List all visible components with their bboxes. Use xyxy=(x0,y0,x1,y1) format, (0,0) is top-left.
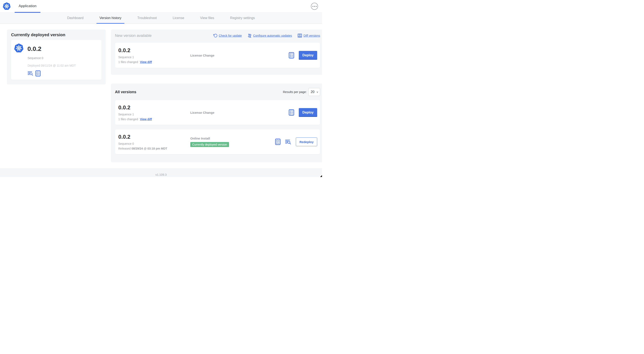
version-source: Online Install xyxy=(190,137,275,140)
version-source: License Change xyxy=(190,54,289,57)
version-sequence: Sequence 1 xyxy=(118,113,190,116)
preflight-checks-icon[interactable] xyxy=(289,109,294,116)
redeploy-button[interactable]: Redeploy xyxy=(296,137,317,146)
cursor-artifact xyxy=(320,175,322,177)
tab-license[interactable]: License xyxy=(170,13,187,24)
app-title-tab[interactable]: Application xyxy=(15,0,40,13)
version-source: License Change xyxy=(190,111,289,114)
ellipsis-icon xyxy=(312,6,314,7)
diff-versions-link[interactable]: Diff versions xyxy=(298,33,320,38)
view-diff-link[interactable]: View diff xyxy=(140,60,152,64)
kubernetes-icon xyxy=(14,43,24,53)
currently-deployed-card: Currently deployed version 0.0.2 Sequenc… xyxy=(7,30,106,84)
currently-deployed-version-card: 0.0.2 Sequence 0 Deployed 09/11/24 @ 11:… xyxy=(11,40,102,80)
deploy-logs-icon[interactable] xyxy=(285,139,291,145)
version-row: 0.0.2 Sequence 1 1 files changedView dif… xyxy=(115,100,320,125)
kubernetes-icon xyxy=(2,2,11,11)
version-sequence: Sequence 0 xyxy=(118,142,190,145)
tab-troubleshoot[interactable]: Troubleshoot xyxy=(134,13,160,24)
new-version-row: 0.0.2 Sequence 1 1 files changedView dif… xyxy=(115,43,320,68)
deploy-button[interactable]: Deploy xyxy=(299,51,317,60)
version-number: 0.0.2 xyxy=(118,104,190,111)
files-changed: 1 files changed xyxy=(118,118,138,121)
preflight-checks-icon[interactable] xyxy=(275,139,280,145)
tab-registry-settings[interactable]: Registry settings xyxy=(227,13,258,24)
version-row: 0.0.2 Sequence 0 Released 08/29/24 @ 03:… xyxy=(115,129,320,154)
currently-deployed-title: Currently deployed version xyxy=(11,33,65,37)
results-per-page-select[interactable]: 20 ∨ xyxy=(308,88,320,96)
header-spacer xyxy=(40,0,311,13)
files-changed: 1 files changed xyxy=(118,60,138,64)
version-sequence: Sequence 1 xyxy=(118,56,190,59)
chevron-down-icon: ∨ xyxy=(316,91,318,93)
console-version: v1.109.3 xyxy=(155,173,167,176)
current-version-number: 0.0.2 xyxy=(28,45,42,52)
app-subnav: Dashboard Version history Troubleshoot L… xyxy=(0,13,322,24)
view-diff-link[interactable]: View diff xyxy=(140,118,152,121)
all-versions-card: All versions Results per page: 20 ∨ 0.0.… xyxy=(111,84,322,162)
new-version-title: New version available xyxy=(115,34,152,38)
tab-dashboard[interactable]: Dashboard xyxy=(64,13,86,24)
version-number: 0.0.2 xyxy=(118,47,190,54)
version-number: 0.0.2 xyxy=(118,134,190,140)
diff-icon xyxy=(298,33,302,38)
app-header: Application xyxy=(0,0,322,13)
check-for-update-link[interactable]: Check for update xyxy=(213,34,242,38)
preflight-checks-icon[interactable] xyxy=(36,70,40,77)
app-title: Application xyxy=(19,4,36,8)
all-versions-title: All versions xyxy=(115,90,136,94)
auto-update-clock-icon xyxy=(248,34,252,38)
current-deployed-timestamp: Deployed 09/11/24 @ 11:02 am MDT xyxy=(28,64,76,67)
currently-deployed-badge: Currently deployed version xyxy=(190,142,229,147)
more-options-button[interactable] xyxy=(311,3,318,10)
current-sequence: Sequence 0 xyxy=(28,56,43,60)
refresh-icon xyxy=(213,34,218,38)
configure-automatic-updates-link[interactable]: Configure automatic updates xyxy=(248,34,292,38)
new-version-card: New version available Check for update xyxy=(111,30,322,75)
tab-view-files[interactable]: View files xyxy=(197,13,217,24)
preflight-checks-icon[interactable] xyxy=(289,52,294,59)
deploy-logs-icon[interactable] xyxy=(28,71,33,76)
deploy-button[interactable]: Deploy xyxy=(299,108,317,117)
released-label: Released xyxy=(118,147,131,150)
app-logo xyxy=(0,0,15,13)
app-footer: v1.109.3 xyxy=(0,168,322,177)
results-per-page-label: Results per page: xyxy=(283,90,307,94)
main-content: Currently deployed version 0.0.2 Sequenc… xyxy=(0,24,322,168)
tab-version-history[interactable]: Version history xyxy=(96,13,124,24)
released-timestamp: 08/29/24 @ 03:18 pm MDT xyxy=(132,147,167,150)
